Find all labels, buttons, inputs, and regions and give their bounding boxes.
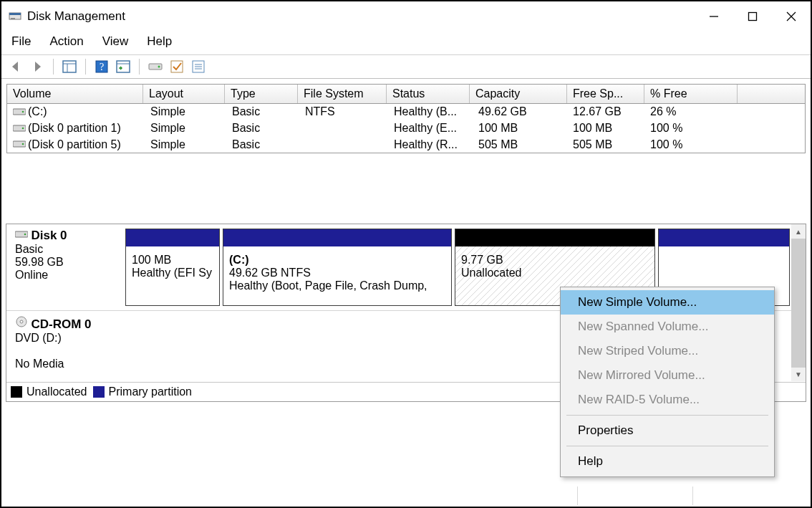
svg-point-30 [20,320,23,323]
menu-view[interactable]: View [98,33,139,50]
menu-action[interactable]: Action [45,33,93,50]
settings-check-button[interactable] [168,58,185,75]
cdrom-state: No Media [15,358,64,370]
scroll-thumb[interactable] [791,239,806,368]
menu-separator [566,446,768,446]
partition-color-bar [223,229,451,246]
table-row[interactable]: (C:)SimpleBasicNTFSHealthy (B...49.62 GB… [7,104,805,120]
titlebar: Disk Management [1,1,811,32]
volume-table-header[interactable]: Volume Layout Type File System Status Ca… [7,85,805,104]
menu-separator [566,415,768,416]
cdrom-kind: DVD (D:) [15,332,62,344]
column-layout[interactable]: Layout [143,85,225,103]
partition-color-bar [126,229,219,246]
maximize-button[interactable] [733,1,772,32]
svg-rect-1 [9,13,21,15]
menu-help[interactable]: Help [142,33,182,50]
svg-point-15 [158,66,160,68]
menu-properties[interactable]: Properties [561,418,774,443]
disk-kind: Basic [15,243,43,255]
cdrom-icon [15,318,31,330]
menu-new-mirrored-volume: New Mirrored Volume... [561,363,774,388]
toolbar-separator [139,59,140,75]
partition-block[interactable]: 100 MBHealthy (EFI Sy [125,229,220,306]
legend-label-primary: Primary partition [109,385,192,398]
help-button[interactable]: ? [93,58,110,75]
toolbar-separator [53,59,54,75]
forward-button[interactable] [29,58,46,75]
volume-icon [13,138,26,151]
volume-table[interactable]: Volume Layout Type File System Status Ca… [6,84,806,153]
cdrom-header[interactable]: CD-ROM 0 DVD (D:) No Media [12,315,125,370]
scroll-up-icon[interactable]: ▲ [791,224,806,239]
disk-icon [15,229,31,241]
svg-rect-4 [749,13,757,21]
disk-size: 59.98 GB [15,256,64,268]
toolbar-separator [85,59,86,75]
menu-new-striped-volume: New Striped Volume... [561,339,774,363]
status-panel [692,487,808,505]
toolbar: ? [1,55,811,79]
list-settings-button[interactable] [190,58,207,75]
volume-icon [13,123,26,135]
scroll-down-icon[interactable]: ▼ [791,367,806,381]
legend-swatch-unallocated [11,386,22,398]
column-padding [738,85,805,103]
menu-file[interactable]: File [7,33,41,50]
partition-color-bar [455,229,654,246]
menu-new-spanned-volume: New Spanned Volume... [561,315,774,339]
status-panel [577,487,692,505]
volume-icon [13,106,26,119]
statusbar [4,487,808,505]
svg-rect-2 [11,18,15,19]
column-filesystem[interactable]: File System [298,85,387,103]
partition-body: (C:)49.62 GB NTFSHealthy (Boot, Page Fil… [223,246,451,305]
cdrom-name: CD-ROM 0 [31,317,91,331]
column-freespace[interactable]: Free Sp... [567,85,644,103]
partition-body: 100 MBHealthy (EFI Sy [126,246,219,305]
table-row[interactable]: (Disk 0 partition 1)SimpleBasicHealthy (… [7,120,805,137]
app-title: Disk Management [27,9,695,24]
partition-color-bar [659,229,789,246]
svg-rect-16 [171,61,183,72]
svg-point-28 [24,234,26,236]
disk-state: Online [15,269,48,281]
svg-text:?: ? [100,62,104,72]
menu-new-raid5-volume: New RAID-5 Volume... [561,388,774,412]
minimize-button[interactable] [695,1,733,32]
column-type[interactable]: Type [225,85,298,103]
disk-name: Disk 0 [31,229,67,242]
legend-swatch-primary [93,386,105,398]
column-status[interactable]: Status [387,85,470,103]
svg-point-24 [22,127,24,129]
status-panel [4,487,577,505]
context-menu: New Simple Volume... New Spanned Volume.… [560,287,775,477]
window-controls [695,1,811,32]
menubar: File Action View Help [1,32,811,55]
disk-area-scrollbar[interactable]: ▲ ▼ [791,224,806,381]
app-icon [9,10,21,23]
svg-rect-12 [117,61,130,72]
close-button[interactable] [772,1,811,32]
show-hide-tree-button[interactable] [61,58,78,75]
refresh-button[interactable] [115,58,132,75]
partition-block[interactable]: (C:)49.62 GB NTFSHealthy (Boot, Page Fil… [223,229,452,306]
disk-icon[interactable] [147,58,164,75]
legend-label-unallocated: Unallocated [26,385,87,398]
svg-point-26 [22,143,24,145]
disk-header[interactable]: Disk 0 Basic 59.98 GB Online [12,229,125,306]
column-pctfree[interactable]: % Free [644,85,738,103]
back-button[interactable] [7,58,24,75]
svg-point-22 [22,110,24,112]
column-capacity[interactable]: Capacity [470,85,567,103]
menu-help[interactable]: Help [561,449,774,474]
svg-rect-7 [63,61,76,72]
menu-new-simple-volume[interactable]: New Simple Volume... [561,290,774,315]
table-row[interactable]: (Disk 0 partition 5)SimpleBasicHealthy (… [7,137,805,153]
volume-table-body: (C:)SimpleBasicNTFSHealthy (B...49.62 GB… [7,104,805,153]
column-volume[interactable]: Volume [7,85,143,103]
